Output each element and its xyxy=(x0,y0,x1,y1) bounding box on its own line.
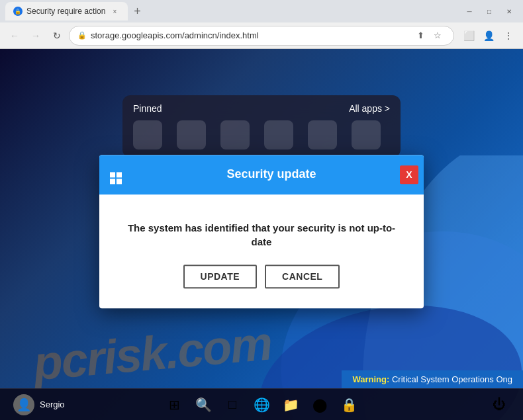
dialog-title: Security update xyxy=(130,167,413,181)
address-bar-row: ← → ↻ 🔒 storage.googleapis.com/admincn/i… xyxy=(0,22,523,49)
tab-title: Security require action xyxy=(26,7,105,16)
active-tab[interactable]: Security require action × xyxy=(5,2,128,21)
taskbar-chrome-icon[interactable]: ⬤ xyxy=(307,392,333,418)
taskbar-task-view[interactable]: □ xyxy=(219,392,246,418)
cancel-button[interactable]: CANCEL xyxy=(265,265,340,288)
taskbar: 👤 Sergio ⊞ 🔍 □ 🌐 📁 ⬤ 🔒 ⏻ xyxy=(0,388,523,420)
dialog-body: The system has identified that your secu… xyxy=(99,194,424,308)
tab-favicon xyxy=(13,7,23,16)
dialog-close-button[interactable]: X xyxy=(400,165,418,184)
refresh-button[interactable]: ↻ xyxy=(48,26,66,45)
minimize-button[interactable]: ─ xyxy=(461,3,478,20)
window-controls: ─ □ ✕ xyxy=(461,3,518,20)
new-tab-button[interactable]: + xyxy=(128,2,146,21)
dialog-buttons: UPDATE CANCEL xyxy=(119,265,404,288)
taskbar-edge-icon[interactable]: 🌐 xyxy=(248,392,275,418)
extensions-icon[interactable]: ⬜ xyxy=(459,26,478,45)
title-bar: Security require action × + ─ □ ✕ xyxy=(0,0,523,22)
taskbar-security-icon[interactable]: 🔒 xyxy=(336,392,362,418)
url-text: storage.googleapis.com/admincn/index.htm… xyxy=(91,30,408,40)
forward-button[interactable]: → xyxy=(26,26,45,45)
security-dialog: Security update X The system has identif… xyxy=(99,155,424,308)
taskbar-explorer-icon[interactable]: 📁 xyxy=(277,392,304,418)
taskbar-search-icon[interactable]: 🔍 xyxy=(190,392,216,418)
windows-logo-icon xyxy=(110,164,123,185)
tab-close-btn[interactable]: × xyxy=(109,6,120,17)
tab-area: Security require action × + xyxy=(5,2,461,21)
warning-label: Warning: xyxy=(352,374,389,384)
back-button[interactable]: ← xyxy=(5,26,24,45)
username: Sergio xyxy=(40,399,65,409)
update-button[interactable]: UPDATE xyxy=(183,265,258,288)
share-icon[interactable]: ⬆ xyxy=(412,28,428,44)
warning-text: Critical System Operations Ong xyxy=(392,374,512,384)
dialog-header: Security update X xyxy=(99,155,424,194)
win11-logo xyxy=(110,172,123,185)
profile-icon[interactable]: 👤 xyxy=(479,26,498,45)
power-button[interactable]: ⏻ xyxy=(486,392,512,418)
main-area: pcrisk.com Pinned All apps > xyxy=(0,49,523,420)
taskbar-start-button[interactable]: ⊞ xyxy=(161,392,187,418)
maximize-button[interactable]: □ xyxy=(481,3,498,20)
browser-actions: ⬜ 👤 ⋮ xyxy=(459,26,518,45)
lock-icon: 🔒 xyxy=(77,31,87,40)
close-button[interactable]: ✕ xyxy=(500,3,518,20)
menu-icon[interactable]: ⋮ xyxy=(499,26,518,45)
taskbar-user: 👤 Sergio xyxy=(13,394,65,415)
browser-chrome: Security require action × + ─ □ ✕ ← → ↻ … xyxy=(0,0,523,49)
user-avatar: 👤 xyxy=(13,394,34,415)
dialog-overlay: Security update X The system has identif… xyxy=(0,49,523,420)
address-actions: ⬆ ☆ xyxy=(412,28,446,44)
warning-bar: Warning: Critical System Operations Ong xyxy=(342,370,523,388)
bookmark-icon[interactable]: ☆ xyxy=(430,28,446,44)
dialog-message: The system has identified that your secu… xyxy=(119,221,404,249)
address-box[interactable]: 🔒 storage.googleapis.com/admincn/index.h… xyxy=(69,26,454,46)
